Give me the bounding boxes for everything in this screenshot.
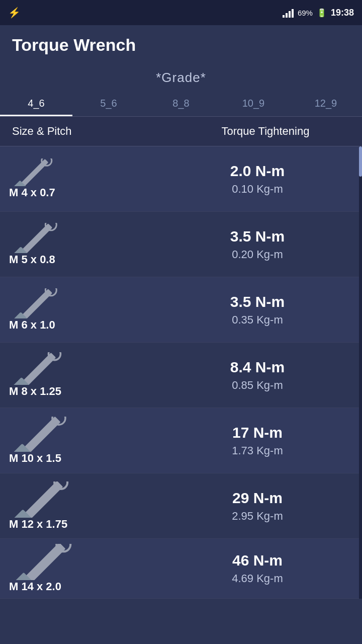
nm-value: 8.4 N-m <box>230 359 285 376</box>
size-cell: M 12 x 1.75 <box>0 481 173 531</box>
bolt-illustration <box>7 158 67 186</box>
tab-10-9[interactable]: 10_9 <box>217 91 290 116</box>
bolt-svg <box>7 544 87 580</box>
bolt-size-label: M 10 x 1.5 <box>4 452 61 465</box>
table-row: M 8 x 1.25 8.4 N-m 0.85 Kg-m <box>0 343 362 408</box>
kgm-value: 1.73 Kg-m <box>232 444 283 457</box>
table-header: Size & Pitch Torque Tightening <box>0 117 362 146</box>
torque-cell: 29 N-m 2.95 Kg-m <box>173 490 350 523</box>
table-row: M 6 x 1.0 3.5 N-m 0.35 Kg-m <box>0 277 362 343</box>
kgm-value: 0.20 Kg-m <box>232 248 283 261</box>
bolt-svg <box>7 417 82 452</box>
kgm-value: 2.95 Kg-m <box>232 510 283 523</box>
nm-value: 29 N-m <box>232 490 283 507</box>
kgm-value: 0.10 Kg-m <box>232 183 283 196</box>
bolt-size-label: M 6 x 1.0 <box>4 318 55 332</box>
app-header: Torque Wrench <box>0 25 362 60</box>
bolt-size-label: M 4 x 0.7 <box>4 186 55 199</box>
torque-cell: 3.5 N-m 0.35 Kg-m <box>173 293 350 327</box>
scrollbar-track[interactable] <box>359 146 362 599</box>
bolt-svg <box>7 158 67 186</box>
nm-value: 17 N-m <box>232 424 283 441</box>
torque-table: M 4 x 0.7 2.0 N-m 0.10 Kg-m M 5 x 0.8 3.… <box>0 146 362 599</box>
bolt-illustration <box>7 481 84 518</box>
size-cell: M 10 x 1.5 <box>0 417 173 465</box>
bolt-illustration <box>7 352 77 385</box>
torque-cell: 46 N-m 4.69 Kg-m <box>173 552 350 585</box>
bolt-size-label: M 5 x 0.8 <box>4 253 55 266</box>
torque-cell: 17 N-m 1.73 Kg-m <box>173 424 350 457</box>
bolt-size-label: M 12 x 1.75 <box>4 518 67 531</box>
size-cell: M 6 x 1.0 <box>0 288 173 332</box>
grade-label: *Grade* <box>156 70 206 85</box>
bolt-svg <box>7 223 72 253</box>
bolt-illustration <box>7 223 72 253</box>
status-bar: ⚡ 69% 🔋 19:38 <box>0 0 362 25</box>
bolt-svg <box>7 352 77 385</box>
clock: 19:38 <box>331 8 354 18</box>
column-header-size: Size & Pitch <box>12 125 181 138</box>
kgm-value: 0.35 Kg-m <box>232 313 283 327</box>
nm-value: 2.0 N-m <box>230 163 285 180</box>
tab-8-8[interactable]: 8_8 <box>145 91 217 116</box>
bolt-illustration <box>7 288 72 318</box>
signal-icon <box>283 8 294 18</box>
tab-5-6[interactable]: 5_6 <box>72 91 145 116</box>
bolt-svg <box>7 481 84 518</box>
nm-value: 3.5 N-m <box>230 228 285 245</box>
grade-tabs: 4_6 5_6 8_8 10_9 12_9 <box>0 91 362 117</box>
tab-4-6[interactable]: 4_6 <box>0 91 72 116</box>
nm-value: 46 N-m <box>232 552 283 569</box>
table-row: M 10 x 1.5 17 N-m 1.73 Kg-m <box>0 408 362 473</box>
kgm-value: 4.69 Kg-m <box>232 572 283 585</box>
bolt-svg <box>7 288 72 318</box>
table-row: M 4 x 0.7 2.0 N-m 0.10 Kg-m <box>0 146 362 212</box>
usb-icon: ⚡ <box>8 7 21 19</box>
table-row: M 12 x 1.75 29 N-m 2.95 Kg-m <box>0 473 362 539</box>
bolt-size-label: M 8 x 1.25 <box>4 385 61 398</box>
bolt-illustration <box>7 417 82 452</box>
status-left-icons: ⚡ <box>8 7 21 19</box>
tab-12-9[interactable]: 12_9 <box>290 91 362 116</box>
torque-cell: 8.4 N-m 0.85 Kg-m <box>173 359 350 392</box>
app-title: Torque Wrench <box>12 35 350 55</box>
table-row: M 14 x 2.0 46 N-m 4.69 Kg-m <box>0 539 362 599</box>
bolt-size-label: M 14 x 2.0 <box>4 580 61 593</box>
status-right-icons: 69% 🔋 19:38 <box>283 8 354 18</box>
charging-icon: 🔋 <box>317 8 327 18</box>
nm-value: 3.5 N-m <box>230 293 285 310</box>
grade-section: *Grade* <box>0 60 362 91</box>
column-header-torque: Torque Tightening <box>181 125 350 138</box>
torque-cell: 2.0 N-m 0.10 Kg-m <box>173 163 350 196</box>
size-cell: M 5 x 0.8 <box>0 223 173 266</box>
battery-indicator: 69% <box>298 9 313 17</box>
size-cell: M 8 x 1.25 <box>0 352 173 398</box>
size-cell: M 4 x 0.7 <box>0 158 173 199</box>
kgm-value: 0.85 Kg-m <box>232 379 283 392</box>
table-row: M 5 x 0.8 3.5 N-m 0.20 Kg-m <box>0 212 362 277</box>
bolt-illustration <box>7 544 87 580</box>
scrollbar-thumb[interactable] <box>359 146 362 177</box>
size-cell: M 14 x 2.0 <box>0 544 173 593</box>
torque-cell: 3.5 N-m 0.20 Kg-m <box>173 228 350 261</box>
